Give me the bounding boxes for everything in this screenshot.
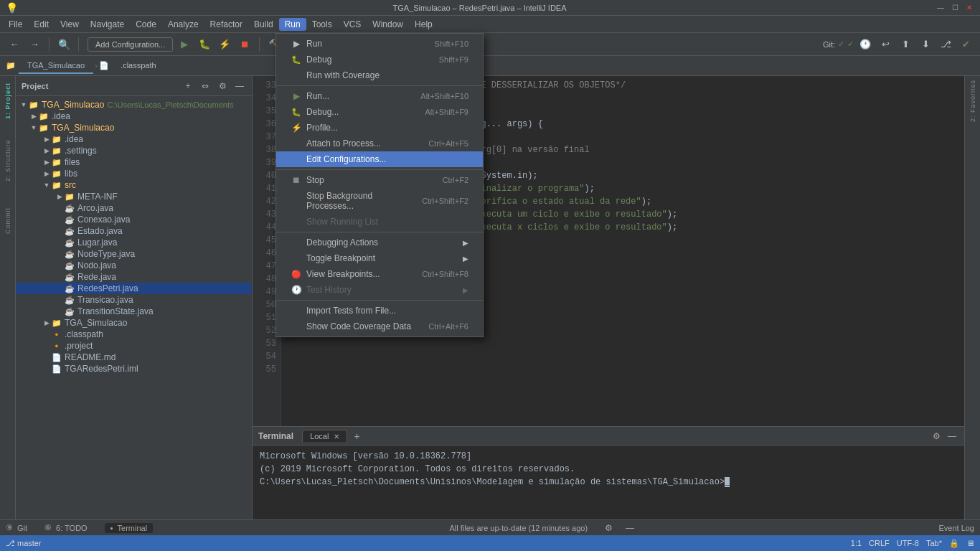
git-pull-button[interactable]: ⬇	[917, 36, 934, 53]
menu-run[interactable]: Run	[279, 18, 306, 31]
git-branch-status[interactable]: ⎇ master	[6, 539, 42, 548]
stop-button[interactable]: ⏹	[236, 36, 253, 53]
tree-arco[interactable]: ▶ ☕ Arco.java	[16, 202, 252, 214]
tree-files[interactable]: ▶ 📁 files	[16, 156, 252, 168]
tree-iml[interactable]: ▶ 📄 TGARedesPetri.iml	[16, 363, 252, 375]
menu-vcs[interactable]: VCS	[338, 18, 367, 31]
run-menu-debug-dots[interactable]: 🐛 Debug... Alt+Shift+F9	[276, 104, 483, 120]
terminal-tab[interactable]: ▪ Terminal	[105, 523, 153, 533]
sidebar-add-button[interactable]: +	[182, 80, 194, 93]
run-menu-attach[interactable]: Attach to Process... Ctrl+Alt+F5	[276, 136, 483, 151]
menu-navigate[interactable]: Navigate	[85, 18, 130, 31]
menu-code[interactable]: Code	[130, 18, 162, 31]
menu-window[interactable]: Window	[367, 18, 409, 31]
run-menu-debug[interactable]: 🐛 Debug Shift+F9	[276, 52, 483, 67]
tree-rede[interactable]: ▶ ☕ Rede.java	[16, 271, 252, 283]
run-menu-run[interactable]: ▶ Run Shift+F10	[276, 36, 483, 52]
tree-nodetype[interactable]: ▶ ☕ NodeType.java	[16, 248, 252, 260]
terminal-tab-close[interactable]: ✕	[334, 433, 339, 441]
run-menu-stop-bg[interactable]: Stop Background Processes... Ctrl+Shift+…	[276, 188, 483, 214]
tree-tga[interactable]: ▼ 📁 TGA_Simulacao	[16, 122, 252, 133]
tree-readme[interactable]: ▶ 📄 README.md	[16, 352, 252, 363]
git-branch-name: master	[17, 539, 42, 547]
terminal-minimize[interactable]: —	[946, 430, 958, 443]
terminal-add-tab[interactable]: +	[350, 430, 363, 443]
coverage-button[interactable]: ⚡	[216, 36, 233, 53]
tab-tga-simulacao[interactable]: TGA_Simulacao	[19, 58, 93, 74]
tree-lugar[interactable]: ▶ ☕ Lugar.java	[16, 237, 252, 248]
run-menu-stop[interactable]: ⏹ Stop Ctrl+F2	[276, 172, 483, 188]
tree-root[interactable]: ▼ 📁 TGA_Simulacao C:\Users\Lucas_Pletsch…	[16, 99, 252, 110]
add-configuration-button[interactable]: Add Configuration...	[88, 37, 173, 52]
structure-panel-tab[interactable]: 2: Structure	[1, 139, 15, 182]
tab-classpath[interactable]: .classpath	[112, 58, 165, 74]
forward-button[interactable]: →	[26, 36, 43, 53]
tree-src[interactable]: ▼ 📁 src	[16, 179, 252, 191]
project-panel-tab[interactable]: 1: Project	[1, 79, 15, 122]
run-menu-view-bp[interactable]: 🔴 View Breakpoints... Ctrl+Shift+F8	[276, 266, 483, 282]
indent-indicator[interactable]: Tab*	[926, 539, 942, 547]
os-indicator[interactable]: 🖥	[966, 539, 974, 547]
menu-analyze[interactable]: Analyze	[162, 18, 204, 31]
run-menu-profile[interactable]: ⚡ Profile...	[276, 120, 483, 136]
sidebar-expand-button[interactable]: ⇔	[199, 80, 212, 93]
notifications-button[interactable]: ✔	[957, 36, 974, 53]
tree-meta-inf[interactable]: ▶ 📁 META-INF	[16, 191, 252, 202]
minimize-button[interactable]: —	[936, 3, 946, 13]
tree-tga-sub[interactable]: ▶ 📁 TGA_Simulacao	[16, 317, 252, 329]
tree-conexao[interactable]: ▶ ☕ Conexao.java	[16, 214, 252, 225]
commit-panel-tab[interactable]: Commit	[1, 199, 15, 242]
run-menu-edit-config[interactable]: Edit Configurations...	[276, 151, 483, 167]
run-menu-debug-actions[interactable]: Debugging Actions ▶	[276, 235, 483, 250]
line-ending-indicator[interactable]: CRLF	[869, 539, 890, 547]
event-log[interactable]: Event Log	[938, 524, 974, 532]
line-col-indicator[interactable]: 1:1	[851, 539, 862, 547]
run-menu-import-tests[interactable]: Import Tests from File...	[276, 303, 483, 319]
run-menu-coverage-data[interactable]: Show Code Coverage Data Ctrl+Alt+F6	[276, 319, 483, 334]
todo-tab[interactable]: ⑥ 6: TODO	[44, 523, 88, 532]
git-branch-button[interactable]: ⎇	[937, 36, 954, 53]
sidebar-minimize-button[interactable]: —	[233, 80, 246, 93]
lock-indicator[interactable]: 🔒	[949, 539, 959, 548]
close-button[interactable]: ✕	[964, 3, 974, 13]
menu-build[interactable]: Build	[248, 18, 279, 31]
run-menu-toggle-bp[interactable]: Toggle Breakpoint ▶	[276, 250, 483, 266]
favorites-panel-tab[interactable]: 2: Favorites	[966, 79, 980, 122]
tree-settings[interactable]: ▶ 📁 .settings	[16, 145, 252, 156]
tree-project[interactable]: ▶ 🔸 .project	[16, 340, 252, 352]
menu-refactor[interactable]: Refactor	[204, 18, 248, 31]
run-button[interactable]: ▶	[176, 36, 193, 53]
menu-file[interactable]: File	[3, 18, 28, 31]
menu-tools[interactable]: Tools	[306, 18, 338, 31]
nodo-label: Nodo.java	[77, 260, 116, 270]
debug-button[interactable]: 🐛	[196, 36, 213, 53]
tree-nodo[interactable]: ▶ ☕ Nodo.java	[16, 260, 252, 271]
terminal-tab-local[interactable]: Local ✕	[302, 430, 347, 442]
menu-edit[interactable]: Edit	[28, 18, 55, 31]
menu-help[interactable]: Help	[409, 18, 438, 31]
tree-transitionstate[interactable]: ▶ ☕ TransitionState.java	[16, 306, 252, 317]
git-rollback-button[interactable]: ↩	[877, 36, 894, 53]
run-menu-coverage[interactable]: Run with Coverage	[276, 67, 483, 83]
run-profile-icon: ⚡	[291, 123, 302, 133]
bottom-close[interactable]: —	[623, 522, 636, 534]
terminal-settings[interactable]: ⚙	[930, 430, 943, 443]
tree-estado[interactable]: ▶ ☕ Estado.java	[16, 225, 252, 237]
git-push-button[interactable]: ⬆	[897, 36, 914, 53]
encoding-indicator[interactable]: UTF-8	[897, 539, 919, 547]
back-button[interactable]: ←	[6, 36, 23, 53]
menu-view[interactable]: View	[55, 18, 85, 31]
tree-libs[interactable]: ▶ 📁 libs	[16, 168, 252, 179]
tree-classpath[interactable]: ▶ 🔸 .classpath	[16, 329, 252, 340]
bottom-settings[interactable]: ⚙	[602, 522, 615, 534]
tree-transicao[interactable]: ▶ ☕ Transicao.java	[16, 294, 252, 306]
git-history-button[interactable]: 🕐	[857, 36, 874, 53]
maximize-button[interactable]: ☐	[950, 3, 960, 13]
git-tab[interactable]: ⑨ Git	[6, 523, 27, 532]
tree-redespetri[interactable]: ▶ ☕ RedesPetri.java	[16, 283, 252, 294]
tree-idea-root[interactable]: ▶ 📁 .idea	[16, 110, 252, 122]
run-menu-run-dots[interactable]: ▶ Run... Alt+Shift+F10	[276, 88, 483, 104]
search-everywhere-button[interactable]: 🔍	[55, 36, 72, 53]
sidebar-settings-button[interactable]: ⚙	[216, 80, 229, 93]
tree-idea-sub[interactable]: ▶ 📁 .idea	[16, 133, 252, 145]
